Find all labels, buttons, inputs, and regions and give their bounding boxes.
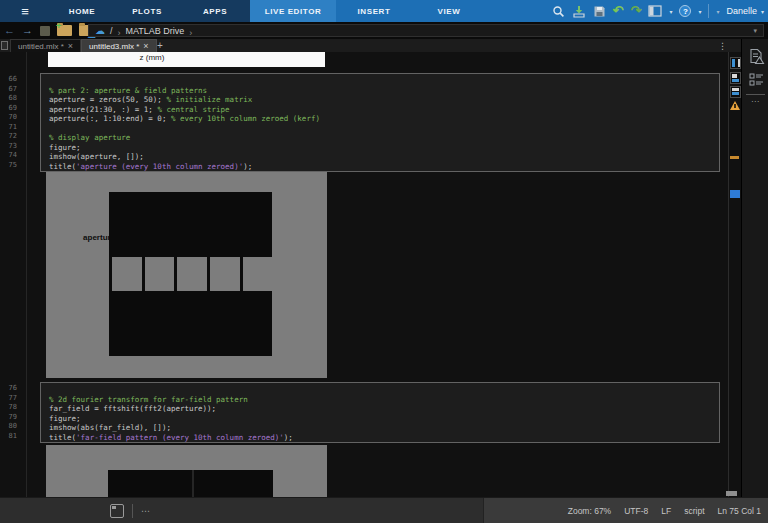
- code-token-string: 'far-field pattern (every 10th column ze…: [76, 433, 284, 442]
- code-token-code: figure;: [49, 143, 81, 152]
- status-divider: [132, 504, 133, 518]
- new-script-icon[interactable]: [40, 26, 50, 36]
- doc-tab-untitled-mlx[interactable]: untitled.mlx *: [10, 39, 81, 52]
- encoding-indicator[interactable]: UTF-8: [624, 506, 648, 516]
- ribbon-tab-home[interactable]: HOME: [50, 0, 114, 22]
- hamburger-icon: ≡: [21, 4, 29, 19]
- code-token-comment: % every 10th column zeroed (kerf): [171, 114, 320, 123]
- undo-icon[interactable]: ↶: [613, 3, 624, 19]
- ribbon-tab-bar: ≡ HOMEPLOTSAPPSLIVE EDITORINSERTVIEW: [0, 0, 486, 22]
- line-number: 67: [0, 85, 17, 95]
- close-icon[interactable]: [143, 41, 148, 51]
- code-token-code: aperture = zeros(50, 50);: [49, 95, 166, 104]
- ribbon-tab-live-editor[interactable]: LIVE EDITOR: [250, 0, 336, 22]
- status-more-button[interactable]: ⋯: [141, 506, 151, 516]
- quick-access-row: ← → + ☁ ☁ / MATLAB Drive ▾: [0, 22, 768, 39]
- far-field-center-line: [192, 470, 194, 497]
- search-icon[interactable]: [552, 3, 565, 19]
- aperture-stripe-segment: [243, 257, 273, 291]
- code-line: figure;: [49, 414, 719, 424]
- code-line: aperture = zeros(50, 50); % initialize m…: [49, 95, 719, 105]
- code-line: imshow(aperture, []);: [49, 152, 719, 162]
- code-token-code: aperture(21:30, :) = 1;: [49, 105, 157, 114]
- back-arrow-icon[interactable]: ←: [4, 25, 15, 36]
- figure-output-aperture[interactable]: aperture (every 10th column zeroed): [46, 170, 327, 378]
- line-number: 79: [0, 413, 17, 423]
- right-sidebar: ⋯: [741, 39, 768, 497]
- ribbon-tab-view[interactable]: VIEW: [412, 0, 486, 22]
- aperture-stripe-segment: [145, 257, 175, 291]
- code-token-code: imshow(aperture, []);: [49, 152, 144, 161]
- panel-toggle-icon[interactable]: [1, 41, 8, 50]
- code-token-code: figure;: [49, 414, 81, 423]
- zoom-level[interactable]: Zoom: 67%: [568, 506, 611, 516]
- doc-tab-untitled3-mlx[interactable]: untitled3.mlx *: [81, 39, 157, 52]
- ribbon-tab-plots[interactable]: PLOTS: [114, 0, 180, 22]
- forward-arrow-icon[interactable]: →: [22, 25, 33, 36]
- chevron-down-icon[interactable]: ▾: [698, 8, 701, 15]
- help-icon[interactable]: ?: [679, 5, 691, 17]
- code-token-code: imshow(abs(far_field), []);: [49, 423, 171, 432]
- breadcrumb-root[interactable]: /: [110, 26, 113, 36]
- code-issues-icon[interactable]: [747, 47, 765, 65]
- code-token-code: title(: [49, 433, 76, 442]
- outline-icon[interactable]: [747, 71, 765, 89]
- chevron-down-icon[interactable]: ▾: [753, 27, 757, 35]
- code-token-code: );: [243, 162, 252, 171]
- status-bar-right: Zoom: 67% UTF-8 LF script Ln 75 Col 1: [568, 498, 761, 523]
- hamburger-menu-button[interactable]: ≡: [0, 0, 50, 22]
- live-editor-workspace: z (mm) aperture (every 10th column zeroe…: [0, 52, 768, 497]
- breadcrumb[interactable]: ☁ / MATLAB Drive ▾: [88, 24, 764, 37]
- code-section: 66676869707172737475% part 2: aperture &…: [0, 73, 768, 172]
- cursor-position[interactable]: Ln 75 Col 1: [718, 506, 761, 516]
- code-block[interactable]: % part 2: aperture & field patternsapert…: [40, 73, 720, 172]
- sidebar-divider: [746, 94, 765, 95]
- panel-icon[interactable]: [110, 504, 124, 518]
- figure-thumbnail-marker[interactable]: [730, 57, 741, 69]
- cloud-icon: ☁: [95, 26, 105, 36]
- code-line: imshow(abs(far_field), []);: [49, 423, 719, 433]
- chevron-down-icon[interactable]: ▾: [716, 8, 719, 15]
- aperture-stripe-segment: [210, 257, 240, 291]
- line-number: 74: [0, 151, 17, 161]
- status-bar: ⋯ Zoom: 67% UTF-8 LF script Ln 75 Col 1: [0, 497, 768, 523]
- axis-label: z (mm): [140, 53, 165, 62]
- code-block[interactable]: % 2d fourier transform for far-field pat…: [40, 382, 720, 443]
- line-number: 70: [0, 113, 17, 123]
- eol-indicator[interactable]: LF: [661, 506, 671, 516]
- ribbon-tab-apps[interactable]: APPS: [180, 0, 250, 22]
- figure-output-far-field[interactable]: [46, 445, 327, 497]
- doc-tab-label: untitled3.mlx *: [89, 42, 139, 51]
- figure-output-partial-top[interactable]: z (mm): [48, 52, 325, 67]
- code-line: % 2d fourier transform for far-field pat…: [49, 395, 719, 405]
- ribbon-tab-insert[interactable]: INSERT: [336, 0, 412, 22]
- code-token-code: title(: [49, 162, 76, 171]
- code-section: 767778798081% 2d fourier transform for f…: [0, 382, 768, 443]
- chevron-down-icon[interactable]: ▾: [669, 8, 672, 15]
- sidebar-more-button[interactable]: ⋯: [742, 97, 768, 106]
- file-type-indicator[interactable]: script: [684, 506, 704, 516]
- user-menu[interactable]: Danelle ▾: [726, 6, 764, 16]
- quick-access-toolbar: ← → + ☁: [4, 22, 94, 39]
- save-icon[interactable]: [593, 3, 606, 19]
- code-line: aperture(:, 1:10:end) = 0; % every 10th …: [49, 114, 719, 124]
- cursor-position-marker[interactable]: [730, 190, 740, 198]
- code-token-comment: % central stripe: [157, 105, 229, 114]
- code-line: far_field = fftshift(fft2(aperture));: [49, 404, 719, 414]
- close-icon[interactable]: [68, 41, 73, 51]
- thumbnail-detail: [732, 59, 735, 67]
- breadcrumb-folder[interactable]: MATLAB Drive: [126, 26, 185, 36]
- user-name: Danelle: [726, 6, 757, 16]
- new-tab-button[interactable]: +: [152, 39, 168, 52]
- code-line: % display aperture: [49, 133, 719, 143]
- layout-icon[interactable]: [648, 3, 662, 19]
- new-folder-icon[interactable]: +: [57, 25, 72, 36]
- line-number: 72: [0, 132, 17, 142]
- line-number: 76: [0, 384, 17, 394]
- kebab-menu-icon[interactable]: [718, 39, 727, 52]
- import-icon[interactable]: [572, 3, 586, 19]
- redo-icon[interactable]: ↷: [631, 3, 642, 19]
- scrollbar-nub[interactable]: [726, 491, 737, 496]
- line-number: 71: [0, 123, 17, 133]
- line-number-gutter: 767778798081: [0, 384, 17, 441]
